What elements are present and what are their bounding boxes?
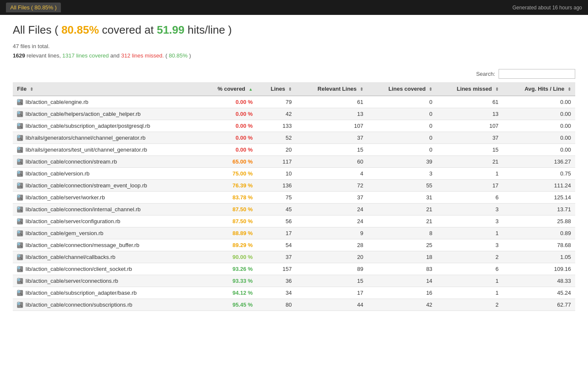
file-link[interactable]: lib/action_cable/helpers/action_cable_he…	[26, 111, 141, 117]
search-input[interactable]	[499, 69, 575, 79]
pct-value: 88.89 %	[199, 227, 257, 239]
table-row[interactable]: lib/action_cable/server/connections.rb93…	[13, 275, 575, 287]
file-cell: lib/action_cable/connection/internal_cha…	[13, 204, 199, 216]
relevant-value: 20	[296, 251, 367, 263]
missed-link[interactable]: 312 lines missed.	[121, 52, 163, 59]
table-row[interactable]: lib/action_cable/server/configuration.rb…	[13, 216, 575, 227]
covered-sort-icon: ⇕	[429, 87, 432, 92]
pct-value: 87.50 %	[199, 204, 257, 216]
file-cell: lib/action_cable/engine.rb	[13, 96, 199, 108]
pct-sort-icon: ▲	[249, 87, 253, 92]
table-row[interactable]: lib/action_cable/helpers/action_cable_he…	[13, 108, 575, 120]
avg-value: 25.88	[503, 216, 575, 227]
table-row[interactable]: lib/action_cable/gem_version.rb88.89 %17…	[13, 227, 575, 239]
missed-value: 13	[436, 108, 503, 120]
table-row[interactable]: lib/action_cable/connection/internal_cha…	[13, 204, 575, 216]
file-search-icon	[17, 183, 23, 189]
pct-value: 87.50 %	[199, 216, 257, 227]
table-row[interactable]: lib/action_cable/connection/message_buff…	[13, 239, 575, 251]
col-avg-hits[interactable]: Avg. Hits / Line ⇕	[503, 82, 575, 96]
file-link[interactable]: lib/action_cable/connection/client_socke…	[26, 266, 132, 272]
covered-link[interactable]: 1317 lines covered	[62, 52, 109, 59]
covered-value: 25	[367, 239, 436, 251]
table-row[interactable]: lib/action_cable/subscription_adapter/ba…	[13, 287, 575, 299]
file-search-icon	[17, 254, 23, 260]
file-link[interactable]: lib/action_cable/connection/message_buff…	[26, 242, 139, 248]
relevant-value: 9	[296, 227, 367, 239]
relevant-value: 15	[296, 144, 367, 156]
file-cell: lib/action_cable/helpers/action_cable_he…	[13, 108, 199, 120]
relevant-value: 17	[296, 287, 367, 299]
file-search-icon	[17, 123, 23, 129]
pct-value: 0.00 %	[199, 144, 257, 156]
file-cell: lib/action_cable/connection/client_socke…	[13, 263, 199, 275]
pct-value: 0.00 %	[199, 96, 257, 108]
file-search-icon	[17, 218, 23, 224]
file-link[interactable]: lib/action_cable/connection/subscription…	[26, 302, 132, 308]
file-link[interactable]: lib/action_cable/channel/callbacks.rb	[26, 254, 115, 260]
hits-per-line: 51.99	[157, 23, 184, 36]
file-link[interactable]: lib/action_cable/server/configuration.rb	[26, 218, 120, 224]
table-row[interactable]: lib/action_cable/connection/stream_event…	[13, 180, 575, 192]
files-total: 47 files in total.	[13, 42, 575, 51]
file-link[interactable]: lib/action_cable/engine.rb	[26, 99, 88, 105]
file-link[interactable]: lib/action_cable/connection/stream_event…	[26, 182, 147, 189]
table-row[interactable]: lib/action_cable/connection/subscription…	[13, 299, 575, 311]
col-file[interactable]: File ⇕	[13, 82, 199, 96]
missed-value: 15	[436, 144, 503, 156]
file-cell: lib/rails/generators/test_unit/channel_g…	[13, 144, 199, 156]
missed-value: 21	[436, 156, 503, 168]
pct-value: 75.00 %	[199, 168, 257, 180]
covered-value: 0	[367, 96, 436, 108]
covered-value: 0	[367, 120, 436, 132]
table-body: lib/action_cable/engine.rb0.00 %79610610…	[13, 96, 575, 311]
table-row[interactable]: lib/action_cable/connection/client_socke…	[13, 263, 575, 275]
col-pct-covered[interactable]: % covered ▲	[199, 82, 257, 96]
pct-value: 0.00 %	[199, 120, 257, 132]
avg-value: 0.00	[503, 132, 575, 144]
missed-value: 2	[436, 299, 503, 311]
lines-sort-icon: ⇕	[288, 87, 292, 92]
lines-value: 37	[257, 251, 296, 263]
file-link[interactable]: lib/action_cable/gem_version.rb	[26, 230, 103, 236]
pct-value: 0.00 %	[199, 108, 257, 120]
all-files-tab[interactable]: All Files ( 80.85% )	[6, 3, 61, 12]
lines-value: 34	[257, 287, 296, 299]
table-row[interactable]: lib/action_cable/subscription_adapter/po…	[13, 120, 575, 132]
pct-summary-link[interactable]: 80.85%	[169, 52, 187, 59]
file-link[interactable]: lib/rails/generators/channel/channel_gen…	[26, 135, 146, 141]
col-lines-covered[interactable]: Lines covered ⇕	[367, 82, 436, 96]
relevant-lines-count: 1629	[13, 52, 25, 59]
pct-value: 0.00 %	[199, 132, 257, 144]
table-row[interactable]: lib/rails/generators/test_unit/channel_g…	[13, 144, 575, 156]
file-search-icon	[17, 111, 23, 117]
table-row[interactable]: lib/action_cable/connection/stream.rb65.…	[13, 156, 575, 168]
file-link[interactable]: lib/action_cable/connection/stream.rb	[26, 158, 117, 165]
file-link[interactable]: lib/action_cable/server/connections.rb	[26, 278, 118, 284]
file-link[interactable]: lib/action_cable/subscription_adapter/po…	[26, 123, 150, 129]
file-link[interactable]: lib/action_cable/server/worker.rb	[26, 194, 105, 201]
table-row[interactable]: lib/action_cable/version.rb75.00 %104310…	[13, 168, 575, 180]
search-bar: Search:	[13, 69, 575, 79]
table-row[interactable]: lib/rails/generators/channel/channel_gen…	[13, 132, 575, 144]
table-row[interactable]: lib/action_cable/server/worker.rb83.78 %…	[13, 192, 575, 204]
covered-value: 14	[367, 275, 436, 287]
missed-value: 1	[436, 227, 503, 239]
col-lines-missed[interactable]: Lines missed ⇕	[436, 82, 503, 96]
file-link[interactable]: lib/action_cable/connection/internal_cha…	[26, 206, 141, 213]
file-search-icon	[17, 230, 23, 236]
col-relevant-lines[interactable]: Relevant Lines ⇕	[296, 82, 367, 96]
table-row[interactable]: lib/action_cable/engine.rb0.00 %79610610…	[13, 96, 575, 108]
file-link[interactable]: lib/action_cable/subscription_adapter/ba…	[26, 290, 137, 296]
col-lines[interactable]: Lines ⇕	[257, 82, 296, 96]
file-search-icon	[17, 266, 23, 272]
table-row[interactable]: lib/action_cable/channel/callbacks.rb90.…	[13, 251, 575, 263]
file-cell: lib/action_cable/server/configuration.rb	[13, 216, 199, 227]
page-title: All Files ( 80.85% covered at 51.99 hits…	[13, 23, 575, 37]
file-link[interactable]: lib/action_cable/version.rb	[26, 170, 89, 177]
file-link[interactable]: lib/rails/generators/test_unit/channel_g…	[26, 147, 147, 153]
relevant-value: 37	[296, 192, 367, 204]
file-search-icon	[17, 207, 23, 213]
lines-value: 52	[257, 132, 296, 144]
relevant-value: 4	[296, 168, 367, 180]
